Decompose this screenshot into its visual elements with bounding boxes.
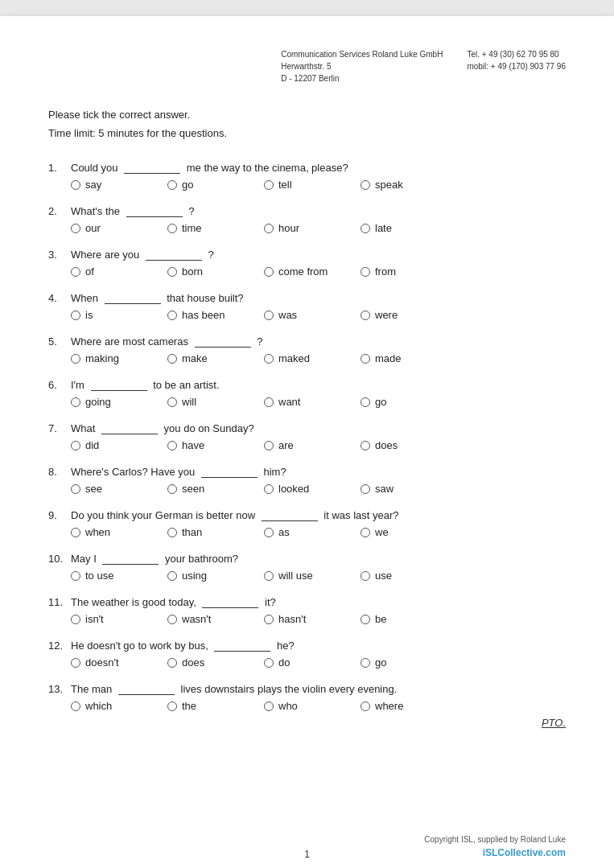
option-8-1[interactable]: see [71,483,143,495]
options-row-6: goingwillwantgo [71,396,566,408]
option-9-2[interactable]: than [167,526,240,538]
question-num-7: 7. [48,422,71,434]
blank-1 [124,173,180,174]
brand-text: iSLCollective.com [424,845,566,860]
option-5-3[interactable]: maked [264,352,336,364]
option-7-2[interactable]: have [167,439,240,451]
question-text-5: Where are most cameras ? [71,335,566,348]
option-11-2[interactable]: wasn't [167,613,240,625]
option-13-3[interactable]: who [264,700,336,712]
option-7-1[interactable]: did [71,439,143,451]
option-4-2[interactable]: has been [167,309,240,321]
footer: 1 Copyright ISL, supplied by Roland Luke… [0,833,614,860]
option-5-2[interactable]: make [167,352,240,364]
question-block-6: 6.I'm to be an artist.goingwillwantgo [48,379,566,408]
option-1-2[interactable]: go [167,179,240,191]
option-2-4[interactable]: late [361,222,433,234]
header-phone: Tel. + 49 (30) 62 70 95 80 mobil: + 49 (… [467,48,566,84]
radio-icon [167,441,177,450]
question-num-1: 1. [48,162,71,174]
radio-icon [361,180,370,190]
question-block-12: 12.He doesn't go to work by bus, he?does… [48,640,566,668]
option-13-1[interactable]: which [71,700,143,712]
question-row-9: 9.Do you think your German is better now… [48,509,566,521]
option-9-3[interactable]: as [264,526,336,538]
question-row-2: 2.What's the ? [48,205,566,217]
option-1-3[interactable]: tell [264,179,336,191]
option-2-1[interactable]: our [71,222,143,234]
option-label: do [278,656,290,668]
option-8-4[interactable]: saw [361,483,433,495]
option-1-4[interactable]: speak [361,179,433,191]
option-6-3[interactable]: want [264,396,336,408]
radio-icon [361,441,370,450]
option-11-3[interactable]: hasn't [264,613,336,625]
options-row-1: saygotellspeak [71,179,566,191]
option-11-4[interactable]: be [361,613,433,625]
option-5-1[interactable]: making [71,352,143,364]
option-label: as [278,526,290,538]
option-11-1[interactable]: isn't [71,613,143,625]
options-row-2: ourtimehourlate [71,222,566,234]
option-3-2[interactable]: born [167,265,240,278]
option-4-1[interactable]: is [71,309,143,321]
blank-2 [126,216,183,217]
option-label: using [182,570,207,582]
option-6-1[interactable]: going [71,396,143,408]
option-10-4[interactable]: use [361,570,433,582]
option-13-2[interactable]: the [167,700,240,712]
question-num-9: 9. [48,509,71,521]
options-row-3: ofborncome fromfrom [71,265,566,278]
option-7-3[interactable]: are [264,439,336,451]
option-1-1[interactable]: say [71,179,143,191]
question-text-7: What you do on Sunday? [71,422,566,434]
mobil: mobil: + 49 (170) 903 77 96 [467,62,566,71]
option-6-4[interactable]: go [361,396,433,408]
option-5-4[interactable]: made [361,352,433,364]
option-4-4[interactable]: were [361,309,433,321]
address-line2: D - 12207 Berlin [281,74,339,83]
option-12-1[interactable]: doesn't [71,656,143,668]
radio-icon [361,701,370,711]
radio-icon [361,311,370,320]
option-12-4[interactable]: go [361,656,433,668]
options-row-12: doesn'tdoesdogo [71,656,566,668]
radio-icon [264,615,274,624]
question-block-8: 8.Where's Carlos? Have you him?seeseenlo… [48,466,566,495]
option-12-2[interactable]: does [167,656,240,668]
radio-icon [264,701,274,711]
copyright-text: Copyright ISL, supplied by Roland Luke [424,833,566,845]
option-6-2[interactable]: will [167,396,240,408]
option-label: saw [375,483,394,495]
option-3-4[interactable]: from [361,265,433,278]
option-3-1[interactable]: of [71,265,143,278]
question-row-4: 4.When that house built? [48,292,566,304]
option-3-3[interactable]: come from [264,265,336,278]
option-9-1[interactable]: when [71,526,143,538]
page-number: 1 [304,849,310,860]
option-13-4[interactable]: where [361,700,433,712]
option-2-3[interactable]: hour [264,222,336,234]
option-9-4[interactable]: we [361,526,433,538]
option-label: want [278,396,300,408]
option-label: than [182,526,202,538]
option-12-3[interactable]: do [264,656,336,668]
radio-icon [167,528,177,537]
blank-7 [101,434,158,434]
radio-icon [167,701,177,711]
option-7-4[interactable]: does [361,439,433,451]
option-label: who [278,700,298,712]
option-label: to use [85,570,113,582]
question-block-11: 11.The weather is good today, it?isn'twa… [48,596,566,625]
option-10-3[interactable]: will use [264,570,336,582]
option-10-2[interactable]: using [167,570,240,582]
radio-icon [71,658,80,668]
question-block-7: 7.What you do on Sunday?didhavearedoes [48,422,566,451]
option-2-2[interactable]: time [167,222,240,234]
radio-icon [361,354,370,364]
option-8-3[interactable]: looked [264,483,336,495]
radio-icon [71,397,80,407]
option-4-3[interactable]: was [264,309,336,321]
option-8-2[interactable]: seen [167,483,240,495]
option-10-1[interactable]: to use [71,570,143,582]
